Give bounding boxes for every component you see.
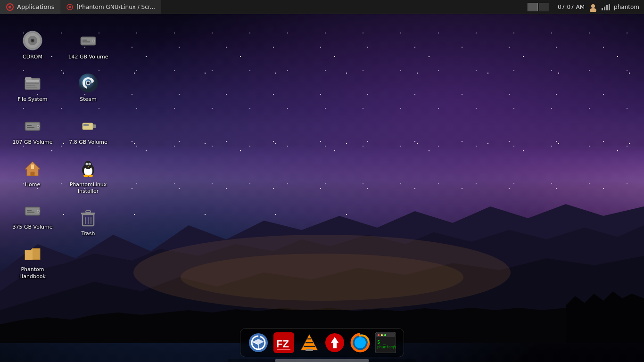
signal-icon bbox=[602, 4, 610, 10]
volume107-label: 107 GB Volume bbox=[13, 139, 53, 146]
cdrom-icon bbox=[21, 29, 44, 52]
dock-terminal[interactable]: $ _ phantom@pc bbox=[374, 331, 397, 354]
svg-rect-33 bbox=[31, 165, 34, 169]
svg-rect-38 bbox=[27, 212, 34, 213]
svg-point-90 bbox=[384, 334, 386, 336]
svg-point-89 bbox=[381, 334, 383, 336]
desktop-icon-filesystem[interactable]: File System bbox=[7, 68, 58, 107]
applications-label: Applications bbox=[17, 3, 54, 10]
desktop-icon-home[interactable]: Home bbox=[7, 153, 58, 192]
taskbar-left: Applications [Phantom GNU/Linux / Scr... bbox=[0, 0, 528, 14]
svg-point-28 bbox=[38, 125, 39, 127]
svg-rect-21 bbox=[26, 80, 39, 82]
svg-point-85 bbox=[355, 337, 366, 348]
desktop-icons-area: CDROM File System bbox=[0, 19, 132, 324]
window-icon bbox=[66, 3, 74, 11]
svg-rect-23 bbox=[26, 85, 35, 86]
phantom-handbook-label: Phantom Handbook bbox=[9, 266, 56, 280]
desktop-icon-cdrom[interactable]: CDROM bbox=[7, 25, 58, 64]
linux-installer-icon bbox=[77, 157, 99, 180]
home-label: Home bbox=[25, 181, 40, 188]
svg-point-64 bbox=[83, 174, 88, 177]
svg-text:phantom@pc: phantom@pc bbox=[377, 345, 396, 349]
workspace-2[interactable] bbox=[539, 3, 549, 11]
desktop-icon-volume375[interactable]: 375 GB Volume bbox=[7, 196, 58, 234]
phantom-handbook-icon bbox=[21, 242, 44, 264]
active-window-tab[interactable]: [Phantom GNU/Linux / Scr... bbox=[60, 0, 161, 14]
volume142-label: 142 GB Volume bbox=[68, 54, 108, 60]
svg-rect-55 bbox=[86, 124, 89, 126]
dock-thunderbird[interactable] bbox=[247, 331, 270, 354]
svg-point-62 bbox=[89, 164, 90, 165]
clock-display: 07:07 AM bbox=[558, 4, 585, 10]
svg-point-45 bbox=[93, 41, 95, 42]
svg-rect-53 bbox=[93, 124, 96, 128]
cdrom-label: CDROM bbox=[23, 54, 42, 60]
svg-point-37 bbox=[38, 211, 39, 212]
username-label: phantom bbox=[614, 4, 639, 10]
home-icon bbox=[21, 157, 44, 180]
svg-rect-24 bbox=[26, 87, 37, 88]
dock-filezilla[interactable]: FZ bbox=[272, 331, 295, 354]
linux-installer-label: PhantomLinux Installer bbox=[65, 181, 111, 195]
svg-point-11 bbox=[591, 4, 595, 8]
dock-scrollbar[interactable] bbox=[228, 359, 416, 362]
svg-point-10 bbox=[69, 6, 71, 8]
desktop-icon-volume78[interactable]: 7.8 GB Volume bbox=[62, 111, 114, 149]
trash-label: Trash bbox=[81, 230, 95, 237]
desktop-icon-phantomlinux-installer[interactable]: PhantomLinux Installer bbox=[62, 153, 114, 199]
desktop-icon-volume107[interactable]: 107 GB Volume bbox=[7, 111, 58, 149]
workspace-1[interactable] bbox=[528, 3, 538, 11]
drive375-icon bbox=[21, 199, 44, 222]
svg-point-61 bbox=[86, 164, 87, 165]
svg-rect-68 bbox=[86, 211, 91, 213]
trash-icon bbox=[77, 206, 99, 229]
desktop-icon-trash[interactable]: Trash bbox=[62, 202, 114, 241]
svg-text:$ _: $ _ bbox=[377, 339, 386, 345]
svg-rect-29 bbox=[27, 127, 34, 128]
desktop-icon-steam[interactable]: Steam bbox=[62, 68, 114, 107]
svg-point-65 bbox=[88, 174, 93, 177]
dock-transmission[interactable] bbox=[323, 331, 346, 354]
svg-rect-81 bbox=[305, 349, 313, 351]
user-icon bbox=[588, 2, 598, 12]
svg-rect-32 bbox=[31, 172, 34, 176]
dock-scrollbar-thumb bbox=[275, 359, 369, 362]
taskbar-right: 07:07 AM phantom bbox=[553, 2, 644, 12]
svg-point-12 bbox=[590, 8, 596, 12]
svg-rect-39 bbox=[27, 210, 32, 211]
window-title: [Phantom GNU/Linux / Scr... bbox=[76, 4, 155, 10]
desktop-icon-volume142[interactable]: 142 GB Volume bbox=[62, 25, 114, 64]
workspace-switcher bbox=[528, 3, 549, 11]
svg-rect-20 bbox=[25, 77, 32, 80]
svg-point-51 bbox=[87, 82, 90, 84]
svg-point-8 bbox=[8, 6, 11, 8]
dock-vlc[interactable] bbox=[298, 331, 321, 354]
steam-icon bbox=[77, 72, 99, 94]
svg-point-58 bbox=[84, 161, 92, 169]
svg-point-6 bbox=[181, 254, 463, 301]
drive142-icon bbox=[77, 29, 99, 52]
drive78-icon bbox=[77, 115, 99, 137]
volume78-label: 7.8 GB Volume bbox=[69, 139, 107, 146]
svg-point-88 bbox=[378, 334, 380, 336]
svg-rect-22 bbox=[26, 83, 39, 84]
filesystem-icon bbox=[21, 72, 44, 94]
svg-point-17 bbox=[32, 40, 33, 41]
volume375-label: 375 GB Volume bbox=[13, 224, 53, 230]
svg-rect-30 bbox=[27, 125, 32, 126]
svg-rect-54 bbox=[83, 124, 86, 126]
taskbar: Applications [Phantom GNU/Linux / Scr...… bbox=[0, 0, 644, 14]
steam-label: Steam bbox=[80, 96, 97, 103]
svg-rect-47 bbox=[83, 40, 87, 41]
svg-text:FZ: FZ bbox=[276, 338, 289, 350]
filesystem-label: File System bbox=[18, 96, 48, 103]
drive107-icon bbox=[21, 115, 44, 137]
dock: FZ bbox=[240, 328, 404, 357]
phantom-logo-icon bbox=[6, 3, 14, 11]
desktop-icon-phantom-handbook[interactable]: Phantom Handbook bbox=[7, 238, 58, 284]
svg-rect-46 bbox=[83, 41, 90, 42]
dock-firefox[interactable] bbox=[349, 331, 372, 354]
applications-menu[interactable]: Applications bbox=[0, 0, 60, 14]
